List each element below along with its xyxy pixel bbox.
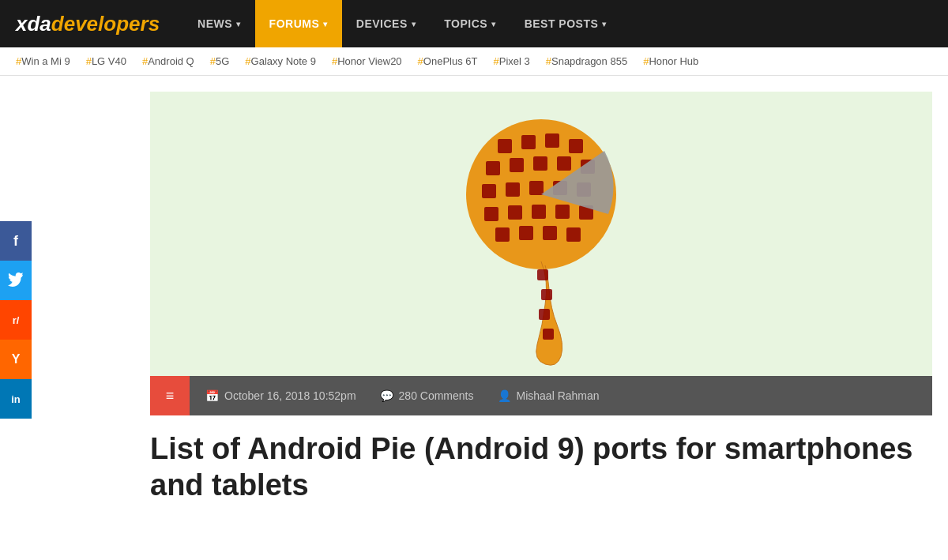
trending-snapdragon855[interactable]: #Snapdragon 855 [546,55,627,67]
svg-rect-3 [521,135,536,149]
reddit-share-button[interactable]: r/ [0,300,32,340]
article-author: Mishaal Rahman [517,389,600,402]
article-icon-symbol: ≡ [166,388,175,404]
svg-rect-9 [557,156,571,171]
top-navigation: xda developers NEWS ▾ FORUMS ▾ DEVICES ▾… [0,0,948,47]
trending-galaxy-note9[interactable]: #Galaxy Note 9 [245,55,316,67]
calendar-icon: 📅 [205,389,219,402]
trending-honor-hub[interactable]: #Honor Hub [643,55,698,67]
svg-rect-24 [566,227,581,242]
comment-icon: 💬 [380,389,393,402]
svg-rect-16 [484,207,498,221]
trending-pixel3[interactable]: #Pixel 3 [493,55,529,67]
nav-link-forums[interactable]: FORUMS ▾ [255,0,342,47]
facebook-share-button[interactable]: f [0,221,32,261]
svg-rect-28 [543,329,554,340]
meta-date: 📅 October 16, 2018 10:52pm [205,389,356,402]
hero-image [150,92,932,376]
article-title-area: List of Android Pie (Android 9) ports fo… [150,415,932,511]
trending-android-q[interactable]: #Android Q [142,55,194,67]
meta-bar: ≡ 📅 October 16, 2018 10:52pm 💬 280 Comme… [150,376,932,415]
twitter-share-button[interactable] [0,261,32,300]
android-pie-illustration [454,100,628,368]
nav-item-devices[interactable]: DEVICES ▾ [342,0,430,47]
nav-item-news[interactable]: NEWS ▾ [183,0,255,47]
svg-rect-6 [486,161,500,175]
svg-rect-12 [506,182,520,197]
article-comments: 280 Comments [399,389,474,402]
svg-rect-18 [532,205,546,219]
meta-items: 📅 October 16, 2018 10:52pm 💬 280 Comment… [190,389,615,402]
svg-rect-27 [539,309,550,320]
svg-rect-13 [529,181,544,195]
trending-honor-view20[interactable]: #Honor View20 [332,55,402,67]
trending-5g[interactable]: #5G [210,55,230,67]
trending-bar: #Win a Mi 9 #LG V40 #Android Q #5G #Gala… [0,47,948,76]
svg-rect-5 [569,139,583,153]
logo-xda: xda [16,12,51,36]
nav-item-topics[interactable]: TOPICS ▾ [430,0,510,47]
meta-comments[interactable]: 💬 280 Comments [380,389,474,402]
svg-rect-22 [519,226,533,240]
author-icon: 👤 [498,389,511,402]
nav-item-best-posts[interactable]: BEST POSTS ▾ [510,0,621,47]
trending-oneplus-6t[interactable]: #OnePlus 6T [418,55,478,67]
article-date: October 16, 2018 10:52pm [224,389,356,402]
linkedin-share-button[interactable]: in [0,379,32,419]
nav-link-devices[interactable]: DEVICES ▾ [342,0,430,47]
nav-item-forums[interactable]: FORUMS ▾ [255,0,342,47]
meta-author[interactable]: 👤 Mishaal Rahman [498,389,600,402]
svg-rect-2 [498,139,512,153]
nav-link-news[interactable]: NEWS ▾ [183,0,255,47]
svg-rect-25 [537,269,548,280]
svg-rect-4 [545,133,559,148]
svg-rect-23 [543,226,557,240]
svg-rect-21 [495,227,510,242]
nav-link-best-posts[interactable]: BEST POSTS ▾ [510,0,621,47]
site-logo[interactable]: xda developers [16,12,160,36]
svg-rect-8 [533,156,547,171]
svg-rect-7 [510,158,524,172]
logo-dev: developers [51,12,160,36]
nav-menu: NEWS ▾ FORUMS ▾ DEVICES ▾ TOPICS ▾ BEST … [183,0,621,47]
article-title: List of Android Pie (Android 9) ports fo… [150,431,932,503]
social-sidebar: f r/ Y in [0,221,32,419]
nav-link-topics[interactable]: TOPICS ▾ [430,0,510,47]
svg-rect-17 [508,205,522,220]
trending-win-mi9[interactable]: #Win a Mi 9 [16,55,70,67]
svg-rect-19 [555,205,570,219]
svg-rect-11 [482,184,496,198]
svg-rect-26 [541,289,552,300]
trending-lg-v40[interactable]: #LG V40 [86,55,126,67]
ycombinator-share-button[interactable]: Y [0,340,32,379]
article-type-icon: ≡ [150,376,190,415]
